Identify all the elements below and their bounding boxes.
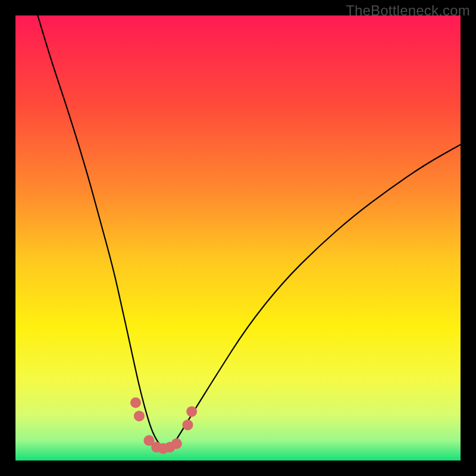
bottleneck-chart: [15, 15, 461, 461]
chart-frame: [15, 15, 461, 461]
highlight-dot: [134, 411, 145, 421]
chart-background: [15, 15, 461, 461]
highlight-dot: [171, 439, 182, 449]
highlight-dot: [182, 419, 193, 430]
highlight-dot: [186, 406, 197, 417]
highlight-dot: [130, 397, 141, 408]
